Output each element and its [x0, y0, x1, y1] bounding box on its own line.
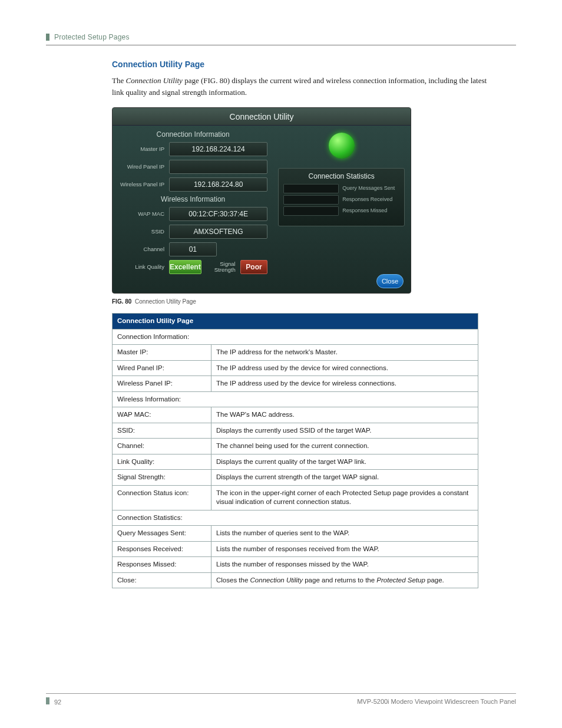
signal-strength-label: Signal Strength: [206, 261, 236, 274]
table-row: Wireless Information:: [113, 391, 478, 407]
table-row: Query Messages Sent:Lists the number of …: [113, 526, 478, 542]
table-key: WAP MAC:: [113, 407, 211, 423]
right-pane: Connection Statistics Query Messages Sen…: [273, 126, 411, 293]
table-row: SSID:Displays the currently used SSID of…: [113, 423, 478, 439]
table-value: Lists the number of responses received f…: [211, 541, 478, 557]
table-value: Closes the Connection Utility page and r…: [211, 572, 478, 588]
wired-panel-ip-label: Wired Panel IP: [118, 164, 164, 170]
footer: 92 MVP-5200i Modero Viewpoint Widescreen…: [46, 693, 516, 706]
ssid-label: SSID: [118, 229, 164, 235]
table-key: Channel:: [113, 439, 211, 454]
table-value: The WAP's MAC address.: [211, 407, 478, 423]
wireless-info-heading: Wireless Information: [118, 195, 267, 203]
wireless-panel-ip-field[interactable]: 192.168.224.80: [169, 177, 267, 192]
footer-doc-title: MVP-5200i Modero Viewpoint Widescreen To…: [357, 698, 516, 705]
page-number: 92: [54, 699, 61, 706]
stat-label-responses-received: Responses Received: [342, 197, 392, 203]
table-value: The IP address used by the device for wi…: [211, 360, 478, 376]
close-button[interactable]: Close: [376, 274, 404, 288]
wired-panel-ip-field[interactable]: [169, 160, 267, 174]
table-row: Master IP:The IP address for the network…: [113, 345, 478, 361]
footer-rule: [46, 693, 516, 694]
section-heading: Connection Utility Page: [112, 60, 489, 69]
table-row: Channel:The channel being used for the c…: [113, 439, 478, 454]
table-title: Connection Utility Page: [113, 314, 478, 330]
table-value: Lists the number of queries sent to the …: [211, 526, 478, 542]
connection-stats-heading: Connection Statistics: [283, 172, 399, 180]
table-value: Displays the currently used SSID of the …: [211, 423, 478, 439]
wireless-panel-ip-label: Wireless Panel IP: [118, 182, 164, 187]
table-row: Signal Strength:Displays the current str…: [113, 470, 478, 486]
table-value: The IP address for the network's Master.: [211, 345, 478, 361]
header: Protected Setup Pages: [46, 33, 516, 41]
table-row: Responses Received:Lists the number of r…: [113, 541, 478, 557]
table-section-header: Wireless Information:: [113, 391, 478, 407]
master-ip-label: Master IP: [118, 146, 164, 152]
stat-bar-1: [283, 184, 339, 193]
signal-strength-value: Poor: [240, 260, 268, 274]
breadcrumb: Protected Setup Pages: [54, 33, 130, 41]
table-value: Displays the current strength of the tar…: [211, 470, 478, 486]
figure-caption: FIG. 80 Connection Utility Page: [112, 298, 489, 305]
table-value: Displays the current quality of the targ…: [211, 454, 478, 470]
stat-label-query: Query Messages Sent: [342, 186, 395, 192]
page-number-wrap: 92: [46, 697, 61, 706]
table-key: Link Quality:: [113, 454, 211, 470]
table-key: Responses Received:: [113, 541, 211, 557]
connection-utility-panel: Connection Utility Connection Informatio…: [112, 107, 411, 294]
table-row: WAP MAC:The WAP's MAC address.: [113, 407, 478, 423]
stat-bar-3: [283, 206, 339, 216]
table-key: SSID:: [113, 423, 211, 439]
connection-info-heading: Connection Information: [118, 130, 267, 139]
ssid-field[interactable]: AMXSOFTENG: [169, 225, 267, 239]
intro-em: Connection Utility: [125, 76, 182, 85]
table-key: Close:: [113, 572, 211, 588]
intro-paragraph: The Connection Utility page (FIG. 80) di…: [112, 75, 489, 98]
connection-stats-panel: Connection Statistics Query Messages Sen…: [278, 168, 405, 226]
table-section-header: Connection Information:: [113, 329, 478, 345]
table-key: Wireless Panel IP:: [113, 376, 211, 392]
intro-pre: The: [112, 76, 125, 85]
left-pane: Connection Information Master IP 192.168…: [113, 126, 273, 293]
description-table: Connection Utility Page Connection Infor…: [112, 313, 478, 588]
table-row: Wireless Panel IP:The IP address used by…: [113, 376, 478, 392]
table-value: Lists the number of responses missed by …: [211, 557, 478, 573]
connection-status-icon: [329, 133, 355, 159]
table-row: Link Quality:Displays the current qualit…: [113, 454, 478, 470]
table-value: The channel being used for the current c…: [211, 439, 478, 454]
channel-label: Channel: [118, 246, 164, 252]
table-row: Responses Missed:Lists the number of res…: [113, 557, 478, 573]
link-quality-label: Link Quality: [118, 264, 164, 270]
figure-number: FIG. 80: [112, 298, 131, 305]
table-row: Connection Statistics:: [113, 510, 478, 526]
header-rule: [46, 45, 516, 45]
panel-title: Connection Utility: [113, 108, 411, 126]
table-section-header: Connection Statistics:: [113, 510, 478, 526]
table-key: Query Messages Sent:: [113, 526, 211, 542]
table-row: Connection Status icon:The icon in the u…: [113, 485, 478, 510]
stat-label-responses-missed: Responses Missed: [342, 208, 387, 214]
stat-bar-2: [283, 195, 339, 205]
master-ip-field[interactable]: 192.168.224.124: [169, 142, 267, 156]
table-key: Responses Missed:: [113, 557, 211, 573]
table-value: The icon in the upper-right corner of ea…: [211, 485, 478, 510]
table-key: Signal Strength:: [113, 470, 211, 486]
screenshot: Connection Utility Connection Informatio…: [112, 107, 489, 294]
header-mark: [46, 34, 49, 41]
table-row: Wired Panel IP:The IP address used by th…: [113, 360, 478, 376]
table-key: Master IP:: [113, 345, 211, 361]
table-row: Close:Closes the Connection Utility page…: [113, 572, 478, 588]
table-value: The IP address used by the device for wi…: [211, 376, 478, 392]
table-header-row: Connection Utility Page: [113, 314, 478, 330]
figure-caption-text: Connection Utility Page: [135, 298, 196, 305]
link-quality-value: Excellent: [169, 260, 201, 274]
channel-field[interactable]: 01: [169, 242, 217, 256]
wap-mac-label: WAP MAC: [118, 211, 164, 217]
footer-mark: [46, 697, 49, 704]
table-key: Wired Panel IP:: [113, 360, 211, 376]
wap-mac-field[interactable]: 00:12:CF:30:37:4E: [169, 207, 267, 221]
table-key: Connection Status icon:: [113, 485, 211, 510]
table-row: Connection Information:: [113, 329, 478, 345]
